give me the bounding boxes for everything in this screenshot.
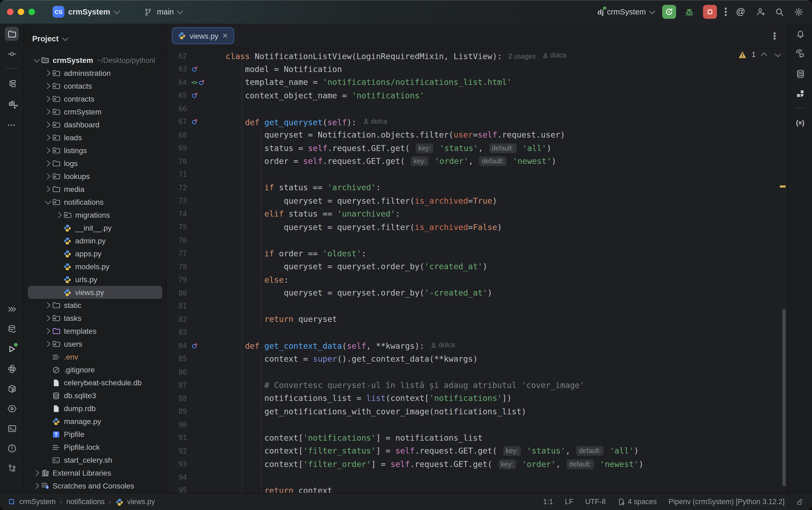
code-line-64[interactable]: 64<> template_name = 'notifications/noti… (167, 76, 788, 89)
line-number[interactable]: 79 (167, 276, 187, 284)
code-line-76[interactable]: 76 (167, 234, 788, 247)
python-interpreter[interactable]: Pipenv (crmSystem) [Python 3.12.2] (669, 498, 785, 506)
code-text[interactable]: queryset = queryset.order_by('-created_a… (225, 286, 492, 300)
code-with-me-icon[interactable] (754, 6, 766, 18)
code-text[interactable]: if status == 'archived': (225, 181, 381, 194)
code-line-81[interactable]: 81 (167, 300, 788, 313)
line-number[interactable]: 69 (167, 144, 187, 152)
code-text[interactable]: queryset = Notification.objects.filter(u… (225, 129, 565, 142)
tree-chevron-right-icon[interactable] (43, 161, 52, 166)
code-line-78[interactable]: 78 queryset = queryset.order_by('created… (167, 260, 788, 273)
tree-chevron-right-icon[interactable] (43, 136, 52, 140)
code-text[interactable]: notifications_list = list(context['notif… (225, 392, 512, 405)
structure-tool-icon[interactable] (5, 76, 19, 90)
code-text[interactable]: context['filter_status'] = self.request.… (225, 445, 639, 458)
tree-chevron-right-icon[interactable] (54, 213, 63, 217)
line-number[interactable]: 62 (167, 52, 187, 60)
vcs-branch-widget[interactable]: main (142, 6, 181, 18)
code-region[interactable]: 62class NotificationListView(LoginRequir… (167, 48, 788, 493)
tree-item-administration[interactable]: administration (28, 67, 162, 80)
code-text[interactable]: return context (225, 484, 332, 493)
code-line-92[interactable]: 92 context['filter_status'] = self.reque… (167, 445, 788, 458)
line-number[interactable]: 95 (167, 487, 187, 493)
line-number[interactable]: 92 (167, 447, 187, 455)
code-line-87[interactable]: 87 # Convertesc queryset-ul în listă și … (167, 378, 788, 392)
usages-inlay[interactable]: 2 usages (509, 50, 536, 63)
tree-item--init-py[interactable]: __init__.py (28, 221, 162, 234)
code-text[interactable]: template_name = 'notifications/notificat… (225, 76, 512, 89)
tree-item-crmsystem[interactable]: crmSystem (28, 105, 162, 118)
code-text[interactable]: # Convertesc queryset-ul în listă și ada… (225, 378, 584, 392)
version-control-tool-icon[interactable] (5, 461, 19, 475)
services-tool-icon[interactable] (5, 401, 19, 416)
tab-views-py[interactable]: views.py ✕ (172, 27, 234, 44)
tree-item-scratches-and-consoles[interactable]: Scratches and Consoles (28, 479, 162, 492)
overrides-icon[interactable] (199, 79, 205, 86)
code-line-80[interactable]: 80 queryset = queryset.order_by('-create… (167, 286, 788, 300)
run-tool-icon[interactable] (5, 342, 19, 356)
tree-chevron-right-icon[interactable] (43, 187, 52, 191)
code-line-88[interactable]: 88 notifications_list = list(context['no… (167, 392, 788, 405)
tree-chevron-right-icon[interactable] (43, 84, 52, 88)
indent-widget[interactable]: 4 spaces (618, 498, 657, 506)
tree-chevron-right-icon[interactable] (43, 148, 52, 152)
tree-chevron-right-icon[interactable] (43, 71, 52, 75)
breadcrumb-package[interactable]: notifications (66, 498, 105, 506)
commit-tool-icon[interactable] (5, 47, 19, 61)
tree-item-lookups[interactable]: lookups (28, 170, 162, 183)
file-encoding[interactable]: UTF-8 (585, 498, 606, 506)
tree-item-templates[interactable]: templates (28, 324, 162, 338)
breadcrumb-project[interactable]: crmSystem (19, 498, 56, 506)
line-number[interactable]: 87 (167, 381, 187, 389)
code-text[interactable]: context = super().get_context_data(**kwa… (225, 352, 478, 365)
tree-chevron-right-icon[interactable] (43, 97, 52, 101)
project-panel-header[interactable]: Project (24, 24, 166, 46)
code-line-86[interactable]: 86 (167, 365, 788, 378)
code-text[interactable]: return queryset (225, 313, 337, 326)
line-number[interactable]: 94 (167, 474, 187, 482)
code-line-94[interactable]: 94 (167, 471, 788, 484)
code-line-62[interactable]: 62class NotificationListView(LoginRequir… (167, 50, 788, 63)
run-configuration-widget[interactable]: dj crmSystem (597, 7, 653, 16)
search-everywhere-icon[interactable] (773, 6, 785, 18)
tree-item-db-sqlite3[interactable]: db.sqlite3 (28, 389, 162, 402)
tree-chevron-down-icon[interactable] (43, 200, 52, 204)
ai-assistant-icon[interactable]: @ (735, 6, 747, 18)
code-text[interactable]: get_notifications_with_cover_image(notif… (225, 405, 526, 418)
code-line-68[interactable]: 68 queryset = Notification.objects.filte… (167, 129, 788, 142)
terminal-tool-icon[interactable] (5, 421, 19, 435)
code-text[interactable]: context['filter_order'] = self.request.G… (225, 458, 644, 471)
unlocked-icon[interactable] (796, 498, 804, 505)
code-line-89[interactable]: 89 get_notifications_with_cover_image(no… (167, 405, 788, 418)
code-line-71[interactable]: 71 (167, 168, 788, 181)
overrides-icon[interactable] (191, 92, 198, 99)
code-line-65[interactable]: 65 context_object_name = 'notifications' (167, 89, 788, 102)
editor-scrollbar[interactable] (782, 309, 786, 486)
author-inlay[interactable]: dolca (431, 339, 455, 352)
tree-item-leads[interactable]: leads (28, 131, 162, 144)
maximize-window-button[interactable] (28, 8, 35, 15)
tree-chevron-right-icon[interactable] (43, 316, 52, 320)
tree-item-pipfile[interactable]: TPipfile (28, 428, 162, 441)
tree-item-media[interactable]: media (28, 183, 162, 196)
line-number[interactable]: 80 (167, 289, 187, 297)
line-number[interactable]: 90 (167, 421, 187, 429)
code-line-67[interactable]: 67 def get_queryset(self):dolca (167, 115, 788, 129)
code-line-91[interactable]: 91 context['notifications'] = notificati… (167, 431, 788, 445)
code-line-70[interactable]: 70 order = self.request.GET.get( key: 'o… (167, 155, 788, 168)
tree-chevron-right-icon[interactable] (43, 122, 52, 127)
line-number[interactable]: 66 (167, 105, 187, 113)
code-text[interactable]: context_object_name = 'notifications' (225, 89, 424, 102)
code-line-85[interactable]: 85 context = super().get_context_data(**… (167, 352, 788, 365)
tree-item-apps-py[interactable]: apps.py (28, 247, 162, 260)
project-tool-icon[interactable] (5, 27, 19, 41)
django-structure-tool-icon[interactable]: di (5, 96, 19, 110)
line-number[interactable]: 76 (167, 236, 187, 245)
tree-item-dump-rdb[interactable]: dump.rdb (28, 402, 162, 415)
tree-chevron-right-icon[interactable] (32, 484, 40, 488)
settings-gear-icon[interactable] (793, 6, 805, 18)
tree-item-tasks[interactable]: tasks (28, 312, 162, 324)
line-number[interactable]: 68 (167, 131, 187, 139)
debug-button[interactable] (683, 6, 695, 18)
tree-item-urls-py[interactable]: urls.py (28, 273, 162, 286)
